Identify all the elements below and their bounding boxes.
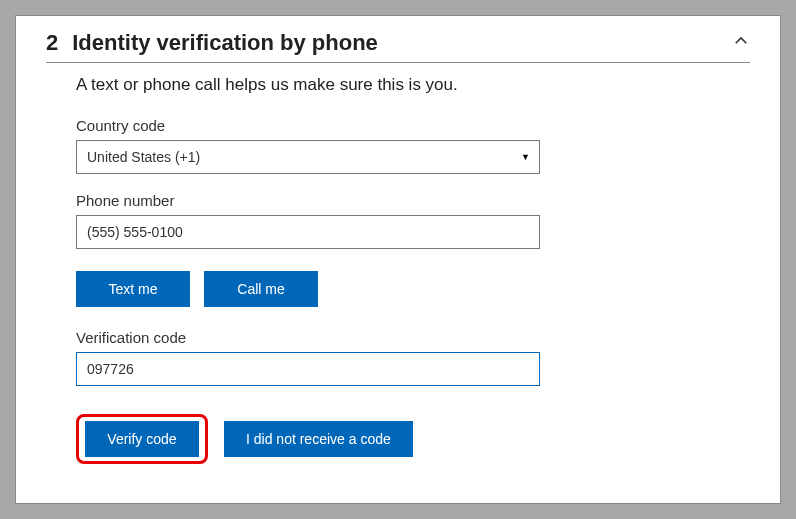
verify-code-button[interactable]: Verify code xyxy=(85,421,199,457)
send-code-buttons: Text me Call me xyxy=(76,271,750,307)
no-code-button[interactable]: I did not receive a code xyxy=(224,421,413,457)
call-me-button[interactable]: Call me xyxy=(204,271,318,307)
verification-code-label: Verification code xyxy=(76,329,750,346)
country-code-value: United States (+1) xyxy=(87,149,200,165)
step-title: Identity verification by phone xyxy=(72,30,718,56)
verify-buttons: Verify code I did not receive a code xyxy=(76,414,750,464)
highlight-ring: Verify code xyxy=(76,414,208,464)
step-number: 2 xyxy=(46,30,58,56)
panel-content: A text or phone call helps us make sure … xyxy=(46,75,750,464)
panel-subtitle: A text or phone call helps us make sure … xyxy=(76,75,750,95)
phone-number-input[interactable] xyxy=(76,215,540,249)
phone-number-label: Phone number xyxy=(76,192,750,209)
chevron-up-icon[interactable] xyxy=(732,32,750,50)
country-code-select[interactable]: United States (+1) ▼ xyxy=(76,140,540,174)
verification-panel: 2 Identity verification by phone A text … xyxy=(15,15,781,504)
verification-code-input[interactable] xyxy=(76,352,540,386)
country-code-label: Country code xyxy=(76,117,750,134)
text-me-button[interactable]: Text me xyxy=(76,271,190,307)
panel-header: 2 Identity verification by phone xyxy=(46,28,750,63)
